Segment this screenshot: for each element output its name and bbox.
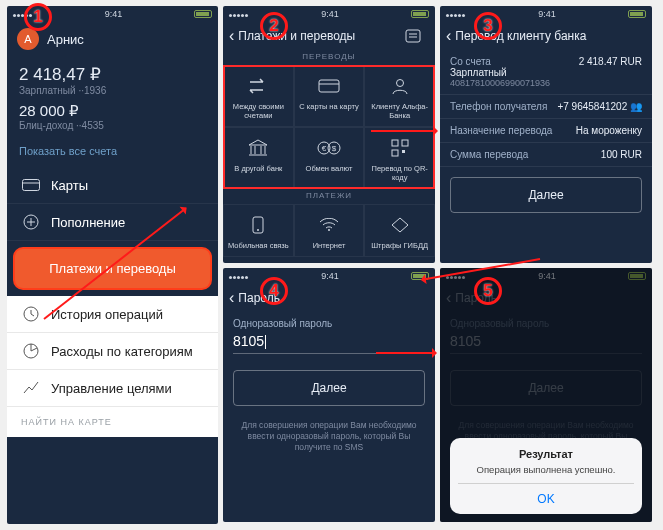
card-icon — [297, 74, 362, 98]
status-bar: 9:41 — [440, 6, 652, 22]
menu-expenses[interactable]: Расходы по категориям — [7, 333, 218, 370]
cell-alfa-client[interactable]: Клиенту Альфа-Банка — [364, 65, 435, 127]
step-badge-4: 4 — [260, 277, 288, 305]
status-time: 9:41 — [105, 9, 123, 19]
svg-point-14 — [396, 80, 403, 87]
step-badge-1: 1 — [24, 3, 52, 31]
bank-icon — [226, 136, 291, 160]
cell-other-bank[interactable]: В другой банк — [223, 127, 294, 189]
account-1-label: Зарплатный — [19, 85, 76, 96]
svg-rect-27 — [392, 150, 398, 156]
otp-hint: Для совершения операции Вам необходимо в… — [223, 416, 435, 457]
row-from-account[interactable]: Со счета Зарплатный 40817810006990071936… — [440, 50, 652, 95]
section-payments-label: ПЛАТЕЖИ — [223, 189, 435, 204]
qr-icon — [367, 136, 432, 160]
svg-text:€: € — [322, 144, 327, 153]
purpose-value: На мороженку — [576, 125, 642, 136]
svg-marker-15 — [249, 140, 267, 145]
menu-goals[interactable]: Управление целями — [7, 370, 218, 407]
svg-rect-28 — [402, 150, 405, 153]
svg-point-30 — [257, 229, 259, 231]
menu-expenses-label: Расходы по категориям — [51, 344, 193, 359]
row-purpose[interactable]: Назначение перевода На мороженку — [440, 119, 652, 143]
account-2-id: ··4535 — [76, 120, 104, 131]
from-name: Зарплатный — [450, 67, 550, 78]
status-time: 9:41 — [321, 271, 339, 281]
screen-2-payments: 9:41 ‹ Платежи и переводы ПЕРЕВОДЫ Между… — [223, 6, 435, 263]
nav-bar: ‹ Перевод клиенту банка — [440, 22, 652, 50]
cell-qr[interactable]: Перевод по QR-коду — [364, 127, 435, 189]
police-icon — [367, 213, 432, 237]
svg-rect-26 — [402, 140, 408, 146]
svg-point-31 — [328, 229, 330, 231]
battery-icon — [194, 10, 212, 18]
signal-dots-icon — [229, 9, 249, 19]
chart-line-icon — [21, 380, 41, 396]
next-button[interactable]: Далее — [233, 370, 425, 406]
white-menu-section: История операций Расходы по категориям У… — [7, 296, 218, 437]
otp-label: Одноразовый пароль — [233, 318, 425, 329]
arrow-2-3-icon — [371, 130, 437, 132]
menu-cards-label: Карты — [51, 178, 88, 193]
purpose-label: Назначение перевода — [450, 125, 552, 136]
cell-exchange[interactable]: €$Обмен валют — [294, 127, 365, 189]
otp-value: 8105 — [233, 333, 264, 349]
alert-ok-button[interactable]: OK — [458, 483, 634, 514]
account-1-amount: 2 418,47 ₽ — [19, 64, 206, 85]
menu-history[interactable]: История операций — [7, 296, 218, 333]
status-time: 9:41 — [321, 9, 339, 19]
account-2-label: Блиц-доход — [19, 120, 73, 131]
next-button[interactable]: Далее — [450, 177, 642, 213]
amount-label: Сумма перевода — [450, 149, 528, 160]
back-icon[interactable]: ‹ — [229, 27, 234, 45]
screen-3-transfer-form: 9:41 ‹ Перевод клиенту банка Со счета За… — [440, 6, 652, 263]
menu-cards[interactable]: Карты — [7, 167, 218, 204]
contacts-icon[interactable]: 👥 — [630, 101, 642, 112]
person-icon — [367, 74, 432, 98]
transfer-own-icon — [226, 74, 291, 98]
cards-icon — [21, 177, 41, 193]
back-icon[interactable]: ‹ — [446, 27, 451, 45]
from-number: 40817810006990071936 — [450, 78, 550, 88]
step-badge-3: 3 — [474, 12, 502, 40]
exchange-icon: €$ — [297, 136, 362, 160]
back-icon[interactable]: ‹ — [229, 289, 234, 307]
cell-fines[interactable]: Штрафы ГИБДД — [364, 204, 435, 257]
alert-title: Результат — [458, 448, 634, 460]
cell-mobile[interactable]: Мобильная связь — [223, 204, 294, 257]
status-bar: 9:41 — [223, 268, 435, 284]
transfers-grid: Между своими счетами С карты на карту Кл… — [223, 65, 435, 189]
row-recipient-phone[interactable]: Телефон получателя +7 9645841202 👥 — [440, 95, 652, 119]
row-amount[interactable]: Сумма перевода 100 RUR — [440, 143, 652, 167]
battery-icon — [411, 10, 429, 18]
text-caret-icon — [265, 335, 266, 349]
find-on-map-label: НАЙТИ НА КАРТЕ — [7, 407, 218, 437]
mobile-icon — [226, 213, 291, 237]
cell-internet[interactable]: Интернет — [294, 204, 365, 257]
menu-goals-label: Управление целями — [51, 381, 172, 396]
cell-between-own[interactable]: Между своими счетами — [223, 65, 294, 127]
account-2-amount: 28 000 ₽ — [19, 102, 206, 120]
wifi-icon — [297, 213, 362, 237]
show-all-accounts-link[interactable]: Показать все счета — [7, 139, 218, 167]
plus-icon — [21, 214, 41, 230]
template-icon[interactable] — [405, 29, 429, 43]
step-badge-5: 5 — [474, 277, 502, 305]
arrow-4-5-icon — [376, 352, 436, 354]
alert-message: Операция выполнена успешно. — [458, 464, 634, 475]
nav-bar: ‹ Платежи и переводы — [223, 22, 435, 50]
cell-card-to-card[interactable]: С карты на карту — [294, 65, 365, 127]
screen-4-otp: 9:41 ‹ Пароль Одноразовый пароль 8105 Да… — [223, 268, 435, 522]
menu-history-label: История операций — [51, 307, 163, 322]
battery-icon — [628, 10, 646, 18]
clock-icon — [21, 306, 41, 322]
svg-text:$: $ — [332, 144, 337, 153]
account-1-id: ··1936 — [78, 85, 106, 96]
nav-bar: ‹ Пароль — [223, 284, 435, 312]
account-1[interactable]: 2 418,47 ₽ Зарплатный ··1936 28 000 ₽ Бл… — [7, 60, 218, 139]
menu-payments-button[interactable]: Платежи и переводы — [15, 249, 210, 288]
step-badge-2: 2 — [260, 12, 288, 40]
result-alert: Результат Операция выполнена успешно. OK — [450, 438, 642, 514]
user-name: Арнис — [47, 32, 84, 47]
amount-value: 100 RUR — [601, 149, 642, 160]
